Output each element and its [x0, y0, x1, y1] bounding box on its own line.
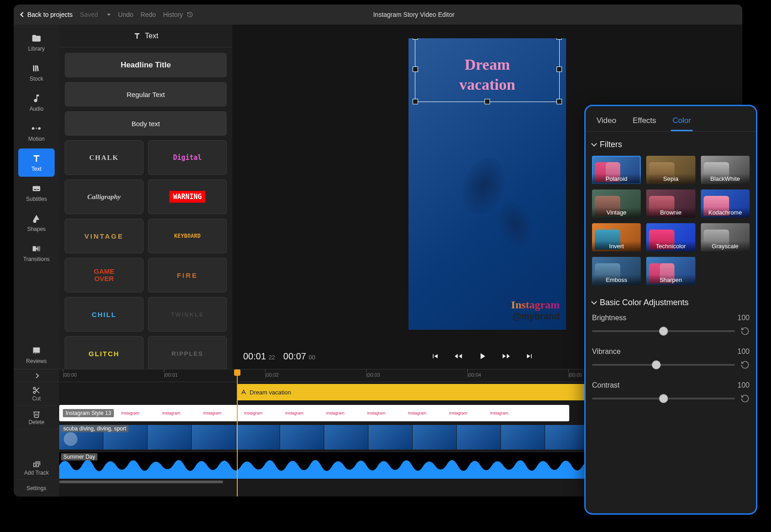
playhead[interactable]: [237, 369, 238, 496]
rail-shapes[interactable]: Shapes: [18, 209, 55, 237]
preview-video[interactable]: Dream vacation Instagram: [408, 38, 566, 330]
books-icon: [31, 63, 42, 74]
filter-blackwhite[interactable]: BlackWhite: [701, 156, 750, 184]
ruler-tick: |00:05: [568, 372, 582, 378]
rail-text[interactable]: Text: [18, 148, 55, 177]
back-to-projects-link[interactable]: Back to projects: [21, 11, 73, 18]
cut-button[interactable]: Cut: [14, 382, 59, 406]
filter-grid: Polaroid Sepia BlackWhite Vintage Browni…: [592, 156, 750, 285]
skip-start-button[interactable]: [431, 352, 439, 360]
selection-box[interactable]: [415, 38, 560, 102]
filter-sepia[interactable]: Sepia: [646, 156, 695, 184]
resize-handle-mb[interactable]: [485, 99, 490, 104]
text-style-fire[interactable]: FIRE: [148, 258, 227, 292]
scrollbar-thumb[interactable]: [59, 481, 223, 483]
reset-icon[interactable]: [740, 360, 750, 369]
rail-motion[interactable]: Motion: [18, 118, 55, 147]
forward-button[interactable]: [502, 352, 511, 361]
video-clip[interactable]: [59, 425, 589, 450]
vibrance-slider[interactable]: [592, 364, 735, 366]
vibrance-row: Vibrance 100: [592, 348, 750, 369]
slider-thumb[interactable]: [652, 360, 661, 369]
text-style-chill[interactable]: CHILL: [65, 297, 143, 332]
text-style-glitch[interactable]: GLITCH: [65, 336, 143, 369]
filter-polaroid[interactable]: Polaroid: [592, 156, 641, 184]
resize-handle-bl[interactable]: [413, 99, 418, 104]
subtitles-icon: [31, 183, 42, 194]
text-panel-header: Text: [59, 25, 232, 47]
reset-icon[interactable]: [740, 394, 750, 403]
text-style-vintage[interactable]: VINTAGE: [65, 219, 143, 253]
slider-thumb[interactable]: [659, 394, 668, 403]
contrast-slider[interactable]: [592, 398, 735, 399]
adjustments-section-header[interactable]: Basic Color Adjustments: [592, 298, 750, 307]
text-icon: [31, 153, 42, 164]
add-track-button[interactable]: Add Track: [14, 456, 59, 480]
tab-color[interactable]: Color: [671, 112, 693, 131]
rewind-button[interactable]: [454, 352, 463, 361]
audio-clip-label: Summer Day: [61, 453, 97, 460]
body-text-button[interactable]: Body text: [65, 111, 227, 136]
timeline-collapse-button[interactable]: [14, 369, 59, 382]
history-button[interactable]: History: [163, 11, 193, 18]
delete-button[interactable]: Delete: [14, 406, 59, 430]
style-clip[interactable]: Instagram Style 13 InstagramInstagramIns…: [59, 405, 569, 421]
filter-grayscale[interactable]: Grayscale: [701, 223, 750, 251]
resize-handle-tl[interactable]: [413, 38, 418, 40]
ruler-tick: |00:04: [467, 372, 481, 378]
shapes-icon: [31, 213, 42, 224]
play-button[interactable]: [477, 351, 487, 361]
chevron-down-icon: [591, 141, 597, 147]
rail-stock[interactable]: Stock: [18, 58, 55, 87]
video-clip-label: scuba diving, diving, sport: [61, 425, 128, 432]
rail-library[interactable]: Library: [18, 28, 55, 56]
total-time: 00:07 00: [283, 351, 315, 362]
filter-sharpen[interactable]: Sharpen: [646, 257, 695, 285]
text-style-ripples[interactable]: RIPPLES: [148, 336, 227, 369]
reset-icon[interactable]: [740, 327, 750, 336]
svg-rect-3: [33, 186, 41, 191]
rail-transitions[interactable]: Transitions: [18, 239, 55, 267]
text-style-twinkle[interactable]: TWINKLE: [148, 297, 227, 332]
text-style-calligraphy[interactable]: Calligraphy: [65, 179, 143, 214]
text-style-chalk[interactable]: CHALK: [65, 140, 143, 175]
undo-button[interactable]: Undo: [118, 11, 133, 18]
headline-text-button[interactable]: Headline Title: [65, 53, 227, 77]
skip-end-button[interactable]: [526, 352, 534, 360]
text-panel-body[interactable]: Headline Title Regular Text Body text CH…: [59, 47, 232, 369]
regular-text-button[interactable]: Regular Text: [65, 82, 227, 107]
rail-reviews[interactable]: Reviews: [18, 341, 55, 369]
filter-vintage[interactable]: Vintage: [592, 189, 641, 218]
text-style-gameover[interactable]: GAMEOVER: [65, 258, 143, 292]
text-style-warning[interactable]: WARNING: [148, 179, 227, 214]
chat-icon: [31, 345, 42, 356]
rail-audio[interactable]: Audio: [18, 88, 55, 117]
rail-audio-label: Audio: [30, 106, 44, 112]
filter-brownie[interactable]: Brownie: [646, 189, 695, 218]
contrast-row: Contrast 100: [592, 381, 750, 403]
text-style-digital[interactable]: Digital: [148, 140, 227, 175]
resize-handle-tr[interactable]: [557, 38, 562, 40]
save-dropdown-icon[interactable]: [107, 14, 111, 16]
resize-handle-mr[interactable]: [557, 66, 562, 72]
filter-technicolor[interactable]: Technicolor: [646, 223, 695, 251]
tab-effects[interactable]: Effects: [631, 112, 658, 131]
rail-subtitles[interactable]: Subtitles: [18, 179, 55, 207]
filter-invert[interactable]: Invert: [592, 223, 641, 251]
text-style-keyboard[interactable]: KEYBOARD: [148, 219, 227, 253]
text-style-grid: CHALK Digital Calligraphy WARNING VINTAG…: [65, 140, 227, 369]
slider-thumb[interactable]: [659, 327, 668, 336]
redo-button[interactable]: Redo: [141, 11, 156, 18]
filters-section-header[interactable]: Filters: [592, 140, 750, 149]
brightness-slider[interactable]: [592, 330, 735, 332]
resize-handle-ml[interactable]: [413, 66, 418, 72]
plus-layers-icon: [32, 460, 41, 469]
tab-video[interactable]: Video: [595, 112, 618, 131]
filter-kodachrome[interactable]: Kodachrome: [701, 189, 750, 218]
settings-button[interactable]: Settings: [14, 480, 59, 496]
svg-marker-6: [34, 215, 40, 220]
brand-handle: @mybrand: [511, 311, 560, 322]
resize-handle-br[interactable]: [557, 99, 562, 104]
filter-emboss[interactable]: Emboss: [592, 257, 641, 285]
properties-body[interactable]: Filters Polaroid Sepia BlackWhite Vintag…: [586, 132, 756, 513]
